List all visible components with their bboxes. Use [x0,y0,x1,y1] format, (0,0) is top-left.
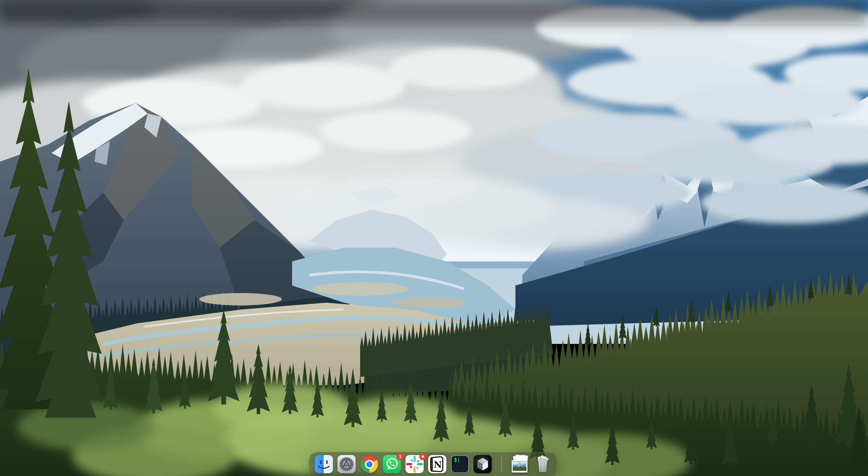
finder-icon [315,455,333,473]
dock-item-system-settings[interactable] [337,455,356,473]
documents-stack-icon [511,455,529,473]
terminal-prompt: $ [454,457,457,463]
terminal-cursor: | [457,457,460,463]
gear-icon [337,455,356,473]
dock-item-notion[interactable]: N [428,455,446,473]
cursor-app-icon [474,455,492,473]
dock-item-chrome[interactable] [360,455,378,473]
dock-item-trash[interactable] [534,455,552,473]
dock-item-slack[interactable] [405,455,424,473]
whatsapp-notification-badge: 1 [397,453,404,460]
dock-item-downloads-stack[interactable] [511,455,529,473]
wallpaper-mountain-landscape [0,0,868,476]
dock: 1 N $| [309,452,557,476]
photo-thumbnail [512,460,527,473]
trash-full-icon [534,455,552,473]
dock-separator [501,456,502,472]
notion-icon: N [428,455,446,473]
notion-n-glyph: N [434,459,442,470]
finder-left-eye [320,460,322,464]
chrome-icon [360,455,378,473]
slack-notification-badge [419,453,426,460]
dock-item-finder[interactable] [315,455,333,473]
dock-item-cursor-editor[interactable] [474,455,492,473]
dock-item-iterm[interactable]: $| [451,455,469,473]
dock-item-whatsapp[interactable]: 1 [383,455,401,473]
terminal-icon: $| [451,455,469,473]
finder-smile [319,466,329,468]
terminal-dot-grid [453,465,467,472]
top-vignette [0,0,868,24]
finder-right-eye [326,460,328,464]
